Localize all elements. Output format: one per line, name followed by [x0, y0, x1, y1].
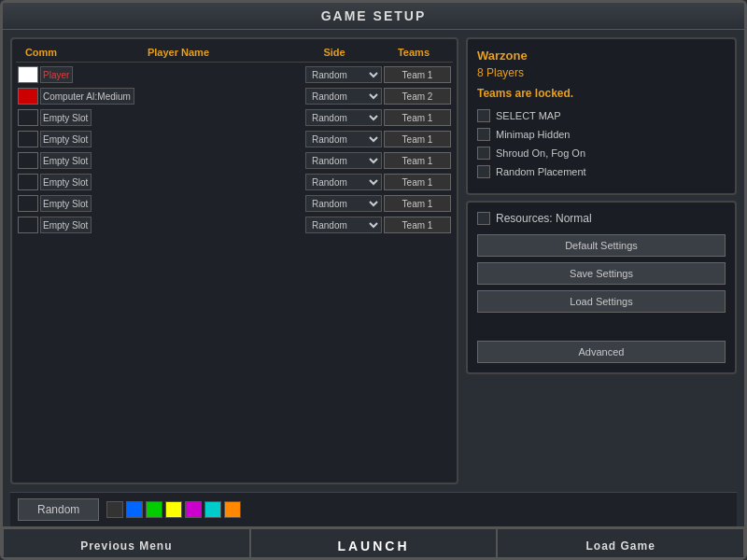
- checkbox[interactable]: [477, 165, 490, 178]
- color-swatch[interactable]: [126, 501, 143, 518]
- launch-button[interactable]: LAUNCH: [250, 528, 498, 560]
- col-side-header: Side: [292, 47, 376, 58]
- team-button[interactable]: Team 2: [384, 88, 451, 105]
- load-settings-button[interactable]: Load Settings: [477, 290, 726, 313]
- color-swatch[interactable]: [106, 501, 123, 518]
- comm-color-box[interactable]: [18, 109, 38, 126]
- table-row: Empty SlotRandomTeam 1: [16, 215, 453, 235]
- player-name-wrapper: Empty Slot: [40, 217, 303, 233]
- team-button[interactable]: Team 1: [384, 109, 451, 126]
- checkbox-row[interactable]: Minimap Hidden: [477, 128, 726, 141]
- team-button[interactable]: Team 1: [384, 152, 451, 169]
- left-panel: Comm Player Name Side Teams PlayerRandom…: [10, 37, 458, 484]
- resources-row: Resources: Normal: [477, 212, 726, 225]
- table-row: Empty SlotRandomTeam 1: [16, 193, 453, 214]
- player-name-wrapper: Empty Slot: [40, 131, 303, 147]
- player-count: 8 Players: [477, 66, 726, 79]
- bottom-controls: Random: [10, 492, 737, 526]
- previous-menu-button[interactable]: Previous Menu: [3, 528, 250, 560]
- checkbox-label: Shroud On, Fog On: [496, 147, 585, 159]
- team-button[interactable]: Team 1: [384, 195, 451, 212]
- comm-color-box[interactable]: [18, 152, 38, 169]
- player-name-wrapper: Empty Slot: [40, 152, 303, 169]
- player-name-dropdown[interactable]: Empty Slot: [40, 131, 92, 147]
- player-name-dropdown[interactable]: Empty Slot: [40, 152, 92, 169]
- color-swatch[interactable]: [204, 501, 221, 518]
- table-row: Empty SlotRandomTeam 1: [16, 172, 453, 192]
- player-name-wrapper: Computer AI:Medium: [40, 88, 303, 105]
- side-dropdown[interactable]: Random: [305, 152, 382, 169]
- checkbox[interactable]: [477, 128, 490, 141]
- random-button[interactable]: Random: [18, 498, 99, 521]
- checkbox-label: SELECT MAP: [496, 110, 561, 121]
- player-name-dropdown[interactable]: Empty Slot: [40, 217, 92, 233]
- comm-color-box[interactable]: [18, 131, 38, 147]
- comm-color-box[interactable]: [18, 174, 38, 190]
- team-button[interactable]: Team 1: [384, 217, 451, 233]
- player-name-wrapper: Empty Slot: [40, 174, 303, 190]
- side-dropdown[interactable]: Random: [305, 195, 382, 212]
- team-button[interactable]: Team 1: [384, 66, 451, 83]
- color-swatch[interactable]: [146, 501, 162, 518]
- side-dropdown[interactable]: Random: [305, 88, 382, 105]
- table-row: Empty SlotRandomTeam 1: [16, 129, 453, 149]
- side-dropdown[interactable]: Random: [305, 131, 382, 147]
- checkbox[interactable]: [477, 147, 490, 160]
- col-comm-header: Comm: [18, 47, 64, 58]
- comm-color-box[interactable]: [18, 88, 38, 105]
- comm-color-box[interactable]: [18, 217, 38, 233]
- side-dropdown[interactable]: Random: [305, 217, 382, 233]
- player-name-wrapper: Player: [40, 66, 303, 83]
- resources-label: Resources: Normal: [496, 212, 592, 225]
- info-box: Warzone 8 Players Teams are locked. SELE…: [466, 37, 737, 195]
- table-row: Empty SlotRandomTeam 1: [16, 150, 453, 171]
- player-name-dropdown[interactable]: Computer AI:Medium: [40, 88, 134, 105]
- comm-color-box[interactable]: [18, 66, 38, 83]
- title-bar: GAME SETUP: [3, 3, 744, 30]
- player-name-dropdown[interactable]: Player: [40, 66, 73, 83]
- right-panel: Warzone 8 Players Teams are locked. SELE…: [466, 37, 737, 484]
- checkbox-label: Minimap Hidden: [496, 129, 570, 140]
- col-name-header: Player Name: [64, 47, 292, 58]
- resources-checkbox[interactable]: [477, 212, 490, 225]
- color-swatch[interactable]: [185, 501, 202, 518]
- save-settings-button[interactable]: Save Settings: [477, 262, 726, 285]
- player-name-dropdown[interactable]: Empty Slot: [40, 195, 92, 212]
- team-button[interactable]: Team 1: [384, 131, 451, 147]
- comm-color-box[interactable]: [18, 195, 38, 212]
- advanced-button[interactable]: Advanced: [477, 341, 726, 363]
- load-game-button[interactable]: Load Game: [497, 528, 744, 560]
- table-row: Computer AI:MediumRandomTeam 2: [16, 86, 453, 106]
- side-dropdown[interactable]: Random: [305, 66, 382, 83]
- side-dropdown[interactable]: Random: [305, 174, 382, 190]
- checkbox[interactable]: [477, 109, 490, 122]
- table-header: Comm Player Name Side Teams: [16, 43, 453, 63]
- player-name-wrapper: Empty Slot: [40, 195, 303, 212]
- checkbox-row[interactable]: Shroud On, Fog On: [477, 147, 726, 160]
- checkbox-row[interactable]: Random Placement: [477, 165, 726, 178]
- color-swatches: [106, 501, 241, 518]
- side-dropdown[interactable]: Random: [305, 109, 382, 126]
- bottom-bar: Previous Menu LAUNCH Load Game: [3, 526, 744, 560]
- settings-panel: Resources: Normal Default Settings Save …: [466, 201, 737, 374]
- teams-locked: Teams are locked.: [477, 87, 726, 100]
- checkbox-row[interactable]: SELECT MAP: [477, 109, 726, 122]
- color-swatch[interactable]: [224, 501, 241, 518]
- table-row: Empty SlotRandomTeam 1: [16, 107, 453, 128]
- player-name-dropdown[interactable]: Empty Slot: [40, 174, 92, 190]
- player-name-wrapper: Empty Slot: [40, 109, 303, 126]
- default-settings-button[interactable]: Default Settings: [477, 234, 726, 257]
- checkbox-label: Random Placement: [496, 166, 586, 177]
- table-row: PlayerRandomTeam 1: [16, 64, 453, 85]
- team-button[interactable]: Team 1: [384, 174, 451, 190]
- color-swatch[interactable]: [165, 501, 182, 518]
- map-title: Warzone: [477, 49, 726, 63]
- col-teams-header: Teams: [376, 47, 451, 58]
- player-name-dropdown[interactable]: Empty Slot: [40, 109, 92, 126]
